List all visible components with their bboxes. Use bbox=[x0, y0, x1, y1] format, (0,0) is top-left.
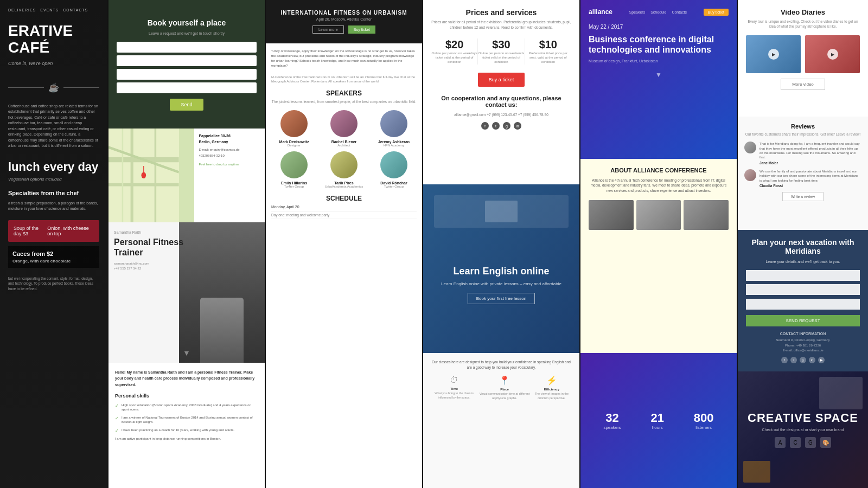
creative-icon-g[interactable]: G bbox=[805, 437, 816, 448]
facebook-icon[interactable]: f bbox=[481, 122, 489, 130]
video-thumb-1[interactable]: ▶ bbox=[746, 35, 801, 73]
video-thumb-2[interactable]: ▶ bbox=[805, 35, 860, 73]
price-col-1: $20 Online per person on weekdays ticket… bbox=[431, 38, 478, 65]
nav-schedule[interactable]: Schedule bbox=[650, 10, 666, 14]
twitter-icon[interactable]: t bbox=[492, 122, 500, 130]
conference-column: INTERNATIONAL FITNESS ON URBANISM April … bbox=[266, 0, 423, 488]
speaker-6-name: David Rönchar bbox=[371, 181, 417, 185]
pricing-english-column: Prices and services Prices are valid for… bbox=[423, 0, 580, 488]
booking-title: Book yourself a place bbox=[148, 18, 226, 27]
alliance-date: May 22 / 2017 bbox=[589, 24, 729, 30]
google-icon[interactable]: g bbox=[503, 122, 510, 130]
meridian-sub: Leave your details and we'll get back to… bbox=[765, 260, 840, 264]
cafe-nav-item[interactable]: CONTACTS bbox=[63, 8, 88, 12]
fitness-hero-section: Samantha Raith Personal Fitness Trainer … bbox=[108, 222, 265, 363]
creative-sub: Check out the designs at or start your o… bbox=[762, 428, 844, 432]
nav-speakers[interactable]: Speakers bbox=[629, 10, 646, 14]
send-button[interactable]: Send bbox=[170, 99, 203, 111]
social-g[interactable]: g bbox=[800, 357, 806, 363]
write-review-button[interactable]: Write a review bbox=[782, 192, 824, 201]
english-title: Learn English online bbox=[453, 266, 549, 277]
more-video-button[interactable]: More video bbox=[781, 79, 825, 90]
creative-icon-c[interactable]: C bbox=[790, 437, 801, 448]
place-label: Place bbox=[478, 388, 530, 391]
alliance-venue: Museum of design, Frankfurt, Uzbekistan bbox=[589, 59, 729, 63]
fitness-email: samantharaith@inc.com bbox=[114, 262, 184, 265]
review-item-2: We use the family of and passionate abou… bbox=[744, 169, 861, 188]
book-lesson-button[interactable]: Book your first free lesson bbox=[468, 293, 535, 304]
stat-speakers-label: speakers bbox=[603, 425, 621, 430]
meridian-send-button[interactable]: SEND REQUEST bbox=[746, 315, 860, 326]
creative-tablet bbox=[819, 377, 863, 409]
stat-hours: 21 hours bbox=[651, 411, 664, 430]
social-in[interactable]: in bbox=[809, 357, 815, 363]
conference-hero: INTERNATIONAL FITNESS ON URBANISM April … bbox=[266, 0, 422, 43]
meridian-section: Plan your next vacation with Meridians L… bbox=[738, 230, 868, 371]
meridian-phone-field[interactable] bbox=[746, 299, 860, 310]
speaker-1: Mark Denisowitz Designer bbox=[271, 110, 317, 147]
message-field[interactable] bbox=[117, 82, 257, 93]
stat-listeners-num: 800 bbox=[694, 411, 714, 425]
cafe-nav-item[interactable]: EVENTS bbox=[40, 8, 59, 12]
place-desc: Visual communication time at different a… bbox=[478, 392, 530, 400]
social-fb[interactable]: f bbox=[781, 357, 788, 363]
speaker-4-avatar bbox=[280, 151, 308, 178]
speaker-3: Jeremy Ashkeran HFN Academy bbox=[371, 110, 417, 147]
reviews-sub: Our favorite customers share their impre… bbox=[744, 132, 861, 136]
reviewer-name-2: Claudia Rossi bbox=[760, 184, 861, 188]
buy-ticket-button[interactable]: Buy ticket bbox=[348, 25, 375, 34]
efficiency-desc: The view of images in the criticism pers… bbox=[531, 392, 573, 400]
speaker-2-avatar bbox=[330, 110, 358, 137]
speaker-5: Tarik Pires UrbaAcademia Academics bbox=[321, 151, 367, 188]
creative-icons-row: A C G 🎨 bbox=[775, 437, 831, 448]
alliance-buy-ticket-button[interactable]: Buy ticket bbox=[704, 9, 729, 16]
conference-quote: "Unity of knowledge, apply their knowled… bbox=[271, 49, 417, 68]
creative-item-1 bbox=[743, 461, 770, 483]
social-yt[interactable]: ▶ bbox=[818, 357, 825, 363]
name-field[interactable] bbox=[117, 42, 257, 53]
meridian-address: Neumarkt 9, 04109 Leipzig, Germany bbox=[776, 338, 830, 343]
video-sub: Every tour is unique and exciting. Check… bbox=[746, 19, 860, 29]
cafe-subtitle: Come in, we're open bbox=[8, 61, 99, 66]
cafe-nav: DELIVERIES EVENTS CONTACTS bbox=[8, 8, 99, 12]
map-section: Pappelallee 30-36Berlin, Germany E-mail:… bbox=[108, 129, 265, 222]
english-sub: Learn English onine with private lessons… bbox=[441, 281, 561, 286]
speakers-section-sub: The juiciest lessons learned, from smart… bbox=[271, 100, 417, 104]
check-icon-3: ✓ bbox=[115, 428, 119, 433]
speaker-2-name: Rachel Biener bbox=[321, 140, 367, 144]
buy-ticket-button[interactable]: Buy a ticket bbox=[478, 73, 525, 87]
creative-icon-a[interactable]: A bbox=[775, 437, 786, 448]
cafe-places[interactable]: Caces from $2 Orange, with dark chocolat… bbox=[8, 246, 99, 268]
nav-contacts[interactable]: Contacts bbox=[672, 10, 687, 14]
about-title: ABOUT ALLIANCE CONFERENCE bbox=[589, 167, 729, 174]
creative-icon-paint[interactable]: 🎨 bbox=[820, 437, 831, 448]
meridian-name-field[interactable] bbox=[746, 270, 860, 281]
play-button-1[interactable]: ▶ bbox=[768, 49, 779, 60]
english-desc: Our classes here are designed to help yo… bbox=[430, 359, 573, 370]
learn-more-button[interactable]: Learn more bbox=[312, 25, 344, 34]
schedule-section-title: SCHEDULE bbox=[271, 195, 417, 202]
cafe-nav-item[interactable]: DELIVERIES bbox=[8, 8, 36, 12]
social-tw[interactable]: t bbox=[790, 357, 797, 363]
price-col-3: $10 Preferential ticket price per seat, … bbox=[525, 38, 571, 65]
cup-icon: ☕ bbox=[48, 82, 59, 93]
email-field[interactable] bbox=[117, 69, 257, 80]
phone-field[interactable] bbox=[117, 55, 257, 66]
meridian-email-field[interactable] bbox=[746, 284, 860, 295]
price-amt-1: $20 bbox=[431, 38, 477, 51]
places-note: Orange, with dark chocolate bbox=[12, 259, 95, 264]
alliance-scroll-arrow[interactable]: ▼ bbox=[589, 71, 729, 79]
conference-body: "Unity of knowledge, apply their knowled… bbox=[266, 43, 422, 488]
soup-note: Onion, with cheese on top bbox=[47, 226, 94, 236]
reviewer-name-1: Jane Molar bbox=[760, 161, 861, 165]
cafe-lunch-title: lunch every day bbox=[8, 160, 99, 174]
speaker-6: David Rönchar Twitter Group bbox=[371, 151, 417, 188]
linkedin-icon[interactable]: in bbox=[514, 122, 521, 130]
laptop-illustration bbox=[434, 195, 569, 228]
cafe-title: ERATIVE CAFÉ bbox=[8, 23, 99, 56]
play-button-2[interactable]: ▶ bbox=[827, 49, 838, 60]
price-amt-2: $30 bbox=[478, 38, 524, 51]
fitness-scroll-arrow[interactable]: ▼ bbox=[183, 349, 190, 357]
cafe-body-text: but we incorporating the content, style,… bbox=[8, 276, 99, 292]
cafe-soup-card[interactable]: Soup of the day $3 Onion, with cheese on… bbox=[8, 220, 99, 242]
